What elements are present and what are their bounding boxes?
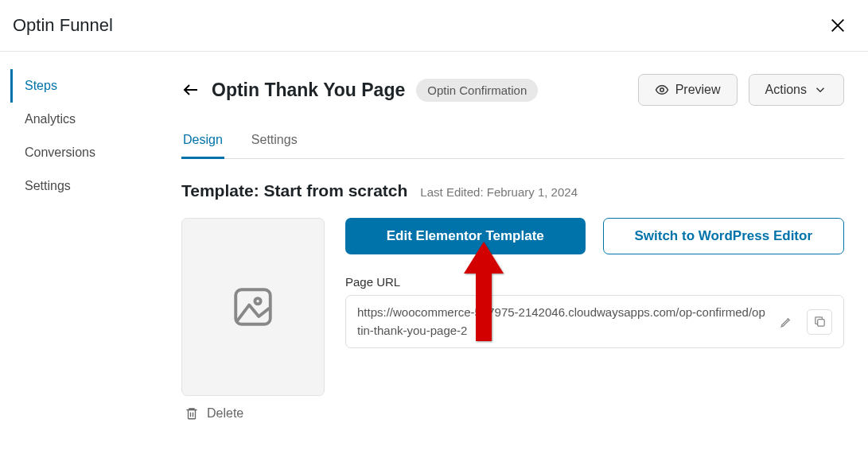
delete-button[interactable]: Delete xyxy=(181,404,325,423)
trash-icon xyxy=(185,405,199,421)
preview-button[interactable]: Preview xyxy=(638,74,738,106)
eye-icon xyxy=(655,83,669,97)
sidebar: Steps Analytics Conversions Settings xyxy=(0,52,143,423)
page-header-left: Optin Thank You Page Optin Confirmation xyxy=(181,79,538,102)
modal-body: Steps Analytics Conversions Settings Opt… xyxy=(0,52,868,423)
switch-editor-button[interactable]: Switch to WordPress Editor xyxy=(603,218,845,254)
delete-label: Delete xyxy=(207,406,243,421)
page-badge: Optin Confirmation xyxy=(416,79,538,102)
copy-icon xyxy=(813,315,827,328)
page-url-value: https://woocommerce-547975-2142046.cloud… xyxy=(357,304,765,340)
page-header: Optin Thank You Page Optin Confirmation … xyxy=(181,74,844,106)
template-header: Template: Start from scratch Last Edited… xyxy=(181,181,844,200)
tab-design[interactable]: Design xyxy=(181,125,224,158)
template-thumbnail[interactable] xyxy=(181,218,325,396)
sidebar-item-analytics[interactable]: Analytics xyxy=(2,103,143,136)
edit-url-button[interactable] xyxy=(773,309,799,335)
template-content-row: Delete Edit Elementor Template Switch to… xyxy=(181,218,844,423)
editor-column: Edit Elementor Template Switch to WordPr… xyxy=(345,218,844,423)
page-title: Optin Thank You Page xyxy=(212,80,405,101)
arrow-left-icon xyxy=(181,80,200,99)
page-url-label: Page URL xyxy=(345,275,844,289)
svg-point-0 xyxy=(660,88,664,92)
modal-title: Optin Funnel xyxy=(13,15,113,36)
close-icon xyxy=(829,17,847,34)
sidebar-item-settings[interactable]: Settings xyxy=(2,169,143,203)
page-header-right: Preview Actions xyxy=(638,74,844,106)
sidebar-item-steps[interactable]: Steps xyxy=(2,69,143,103)
svg-rect-1 xyxy=(235,289,271,324)
svg-point-2 xyxy=(255,298,260,304)
modal-header: Optin Funnel xyxy=(0,0,868,52)
editor-buttons: Edit Elementor Template Switch to WordPr… xyxy=(345,218,844,254)
sidebar-item-conversions[interactable]: Conversions xyxy=(2,136,143,169)
thumbnail-column: Delete xyxy=(181,218,325,423)
actions-label: Actions xyxy=(765,83,807,97)
page-url-box: https://woocommerce-547975-2142046.cloud… xyxy=(345,295,844,348)
image-placeholder-icon xyxy=(230,284,276,330)
actions-button[interactable]: Actions xyxy=(749,74,844,106)
main-content: Optin Thank You Page Optin Confirmation … xyxy=(143,52,868,423)
edit-elementor-button[interactable]: Edit Elementor Template xyxy=(345,218,586,254)
tabs: Design Settings xyxy=(181,125,844,159)
copy-url-button[interactable] xyxy=(807,309,832,335)
back-button[interactable] xyxy=(181,80,200,99)
template-title: Template: Start from scratch xyxy=(181,181,407,200)
preview-label: Preview xyxy=(675,83,721,97)
chevron-down-icon xyxy=(813,83,827,97)
template-last-edited: Last Edited: February 1, 2024 xyxy=(420,185,578,199)
close-button[interactable] xyxy=(827,14,849,37)
svg-rect-3 xyxy=(817,320,824,327)
tab-settings[interactable]: Settings xyxy=(250,125,299,158)
pencil-icon xyxy=(780,315,793,328)
